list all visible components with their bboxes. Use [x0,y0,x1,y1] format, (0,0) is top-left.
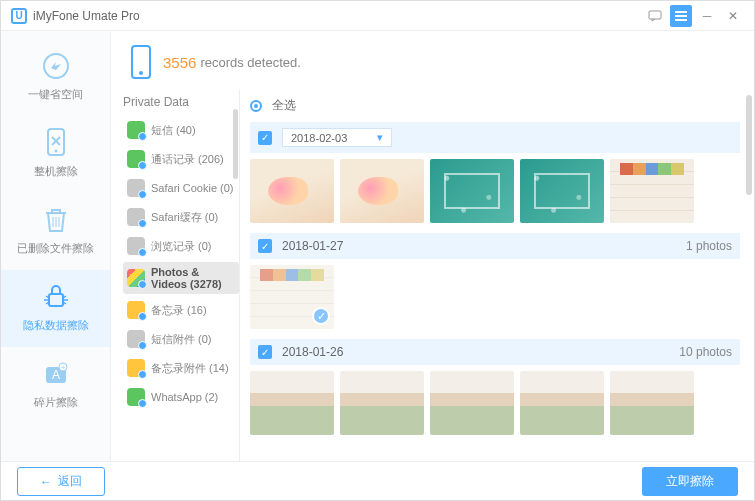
photo-thumb[interactable] [430,371,514,435]
date-group-header[interactable]: 2018-01-26 10 photos [250,339,740,365]
select-all-radio[interactable] [250,100,262,112]
nav-erase-all[interactable]: 整机擦除 [1,116,110,193]
group-checkbox[interactable] [258,345,272,359]
phone-icon [131,45,151,79]
data-item-note-attach[interactable]: 备忘录附件 (14) [123,355,239,381]
records-header: 3556 records detected. [111,31,754,89]
svg-point-6 [54,150,57,153]
app-logo: U [11,8,27,24]
photo-thumb[interactable] [340,159,424,223]
data-item-history[interactable]: 浏览记录 (0) [123,233,239,259]
data-item-whatsapp[interactable]: WhatsApp (2) [123,384,239,410]
erase-now-button[interactable]: 立即擦除 [642,467,738,496]
nav-erase-private[interactable]: 隐私数据擦除 [1,270,110,347]
nav-erase-fragments[interactable]: A+ 碎片擦除 [1,347,110,424]
records-count: 3556 [163,54,196,71]
select-all-row[interactable]: 全选 [250,97,740,114]
photo-thumb[interactable] [250,371,334,435]
menu-icon[interactable] [670,5,692,27]
date-picker[interactable]: 2018-02-03▾ [282,128,392,147]
minimize-icon[interactable]: ─ [696,5,718,27]
data-item-notes[interactable]: 备忘录 (16) [123,297,239,323]
panel-scrollbar[interactable] [233,109,238,179]
app-title: iMyFone Umate Pro [33,9,644,23]
photo-thumb[interactable] [610,371,694,435]
back-button[interactable]: ←返回 [17,467,105,496]
svg-rect-10 [49,294,63,306]
records-text: records detected. [200,55,300,70]
group-checkbox[interactable] [258,131,272,145]
chevron-down-icon: ▾ [377,131,383,144]
photo-checked-icon: ✓ [312,307,330,325]
svg-rect-0 [649,11,661,19]
feedback-icon[interactable] [644,5,666,27]
photo-thumb[interactable] [520,159,604,223]
date-group-header[interactable]: 2018-01-27 1 photos [250,233,740,259]
photo-thumb[interactable]: ✓ [250,265,334,329]
data-type-panel: Private Data 短信 (40) 通话记录 (206) Safari C… [111,89,239,461]
data-item-photos-videos[interactable]: Photos & Videos (3278) [123,262,239,294]
svg-text:A: A [51,368,59,382]
photo-thumb[interactable] [430,159,514,223]
photo-thumb[interactable] [610,159,694,223]
sidebar: 一键省空间 整机擦除 已删除文件擦除 隐私数据擦除 A+ 碎片擦除 [1,31,111,461]
photo-thumb[interactable] [520,371,604,435]
panel-title: Private Data [123,95,239,109]
gallery-scrollbar[interactable] [746,95,752,195]
arrow-left-icon: ← [40,475,52,489]
data-item-msg-attach[interactable]: 短信附件 (0) [123,326,239,352]
svg-text:+: + [60,363,65,372]
data-item-calls[interactable]: 通话记录 (206) [123,146,239,172]
nav-erase-deleted[interactable]: 已删除文件擦除 [1,193,110,270]
nav-free-space[interactable]: 一键省空间 [1,39,110,116]
data-item-safari-cookie[interactable]: Safari Cookie (0) [123,175,239,201]
photo-thumb[interactable] [250,159,334,223]
group-checkbox[interactable] [258,239,272,253]
photo-thumb[interactable] [340,371,424,435]
close-icon[interactable]: ✕ [722,5,744,27]
date-group-header[interactable]: 2018-02-03▾ [250,122,740,153]
data-item-messages[interactable]: 短信 (40) [123,117,239,143]
data-item-safari-cache[interactable]: Safari缓存 (0) [123,204,239,230]
photo-gallery: 全选 2018-02-03▾ 2018-01-27 1 photos [239,89,754,461]
